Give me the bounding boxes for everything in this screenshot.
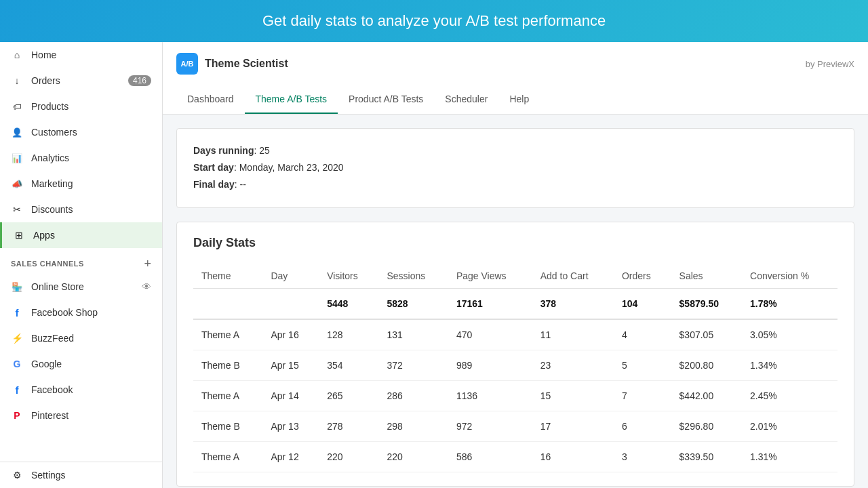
pinterest-icon (11, 409, 23, 422)
sidebar-label-facebook: Facebook (31, 384, 73, 395)
totals-row: 5448582817161378104$5879.501.78% (193, 288, 837, 319)
sidebar-label-pinterest: Pinterest (31, 410, 68, 421)
facebook-shop-icon (11, 306, 23, 319)
eye-icon-online-store[interactable]: 👁 (142, 281, 151, 292)
sidebar-label-products: Products (31, 101, 68, 112)
days-running-value: 25 (259, 145, 270, 156)
main-content: A/B Theme Scientist by PreviewX Dashboar… (163, 42, 868, 488)
sidebar-item-facebook[interactable]: Facebook (0, 377, 162, 403)
google-icon (11, 358, 23, 370)
col-header-theme: Theme (193, 264, 262, 289)
col-header-sessions: Sessions (378, 264, 448, 289)
sidebar-label-analytics: Analytics (31, 152, 69, 163)
sidebar-label-home: Home (31, 49, 56, 60)
app-logo: A/B (176, 53, 198, 75)
sidebar-label-discounts: Discounts (31, 204, 73, 215)
apps-icon (13, 229, 25, 241)
settings-icon (11, 469, 23, 481)
table-row: Theme AApr 12220220586163$339.501.31% (193, 441, 837, 472)
customers-icon (11, 126, 23, 138)
stats-title: Daily Stats (193, 236, 837, 250)
col-header-day: Day (262, 264, 319, 289)
settings-label: Settings (31, 470, 66, 481)
start-day-label: Start day (193, 162, 234, 173)
app-name: Theme Scientist (205, 58, 288, 70)
stats-table: ThemeDayVisitorsSessionsPage ViewsAdd to… (193, 264, 837, 472)
final-day-value: -- (239, 179, 245, 190)
sidebar-label-facebook-shop: Facebook Shop (31, 307, 98, 318)
analytics-icon (11, 152, 23, 164)
tab-product-ab-tests[interactable]: Product A/B Tests (338, 85, 434, 114)
by-label: by PreviewX (806, 59, 854, 69)
sidebar-item-discounts[interactable]: Discounts (0, 197, 162, 222)
sales-channels-header: SALES CHANNELS + (0, 248, 162, 274)
col-header-page-views: Page Views (448, 264, 532, 289)
online-store-icon (11, 281, 23, 293)
col-header-orders: Orders (614, 264, 671, 289)
top-banner: Get daily stats to analyze your A/B test… (0, 0, 868, 42)
sidebar-item-pinterest[interactable]: Pinterest (0, 403, 162, 428)
sidebar-label-online-store: Online Store (31, 281, 84, 292)
discounts-icon (11, 203, 23, 216)
badge-orders: 416 (128, 75, 151, 86)
tab-scheduler[interactable]: Scheduler (434, 85, 498, 114)
sidebar-item-customers[interactable]: Customers (0, 119, 162, 145)
banner-text: Get daily stats to analyze your A/B test… (262, 12, 606, 29)
sidebar-item-products[interactable]: Products (0, 94, 162, 119)
stats-card: Daily Stats ThemeDayVisitorsSessionsPage… (176, 222, 854, 487)
sidebar-item-settings[interactable]: Settings (0, 462, 162, 488)
sidebar-item-marketing[interactable]: Marketing (0, 171, 162, 197)
table-row: Theme BApr 13278298972176$296.802.01% (193, 411, 837, 441)
sidebar-label-apps: Apps (33, 230, 55, 241)
logo-text: A/B (181, 60, 194, 68)
sidebar-item-google[interactable]: Google (0, 351, 162, 377)
start-day-value: Monday, March 23, 2020 (239, 162, 344, 173)
sidebar-label-marketing: Marketing (31, 178, 73, 189)
table-row: Theme AApr 142652861136157$442.002.45% (193, 380, 837, 411)
tab-theme-ab-tests[interactable]: Theme A/B Tests (245, 85, 338, 114)
info-card: Days running: 25 Start day: Monday, Marc… (176, 128, 854, 208)
sidebar-item-online-store[interactable]: Online Store 👁 (0, 274, 162, 300)
app-header: A/B Theme Scientist by PreviewX Dashboar… (163, 42, 868, 115)
app-title: A/B Theme Scientist (176, 53, 288, 75)
sidebar-label-buzzfeed: BuzzFeed (31, 333, 74, 344)
facebook-icon (11, 384, 23, 396)
sidebar-item-buzzfeed[interactable]: BuzzFeed (0, 325, 162, 351)
products-icon (11, 100, 23, 113)
table-row: Theme BApr 15354372989235$200.801.34% (193, 350, 837, 380)
content-area: Days running: 25 Start day: Monday, Marc… (163, 115, 868, 488)
sales-channels-label: SALES CHANNELS (11, 260, 84, 268)
app-tabs: DashboardTheme A/B TestsProduct A/B Test… (176, 85, 854, 114)
sidebar-label-customers: Customers (31, 127, 77, 138)
sidebar-item-home[interactable]: Home (0, 42, 162, 68)
col-header-sales: Sales (671, 264, 742, 289)
table-row: Theme AApr 16128131470114$307.053.05% (193, 319, 837, 350)
col-header-conversion-%: Conversion % (742, 264, 837, 289)
buzzfeed-icon (11, 332, 23, 344)
sidebar-item-analytics[interactable]: Analytics (0, 145, 162, 171)
home-icon (11, 49, 23, 61)
col-header-visitors: Visitors (319, 264, 378, 289)
orders-icon (11, 75, 23, 87)
sidebar-item-apps[interactable]: Apps (0, 222, 162, 248)
marketing-icon (11, 178, 23, 190)
col-header-add-to-cart: Add to Cart (532, 264, 614, 289)
final-day-label: Final day (193, 179, 235, 190)
sidebar-item-facebook-shop[interactable]: Facebook Shop (0, 300, 162, 325)
sidebar: Home Orders 416 Products Customers Analy… (0, 42, 163, 488)
days-running-label: Days running (193, 145, 254, 156)
sidebar-label-orders: Orders (31, 75, 60, 86)
tab-help[interactable]: Help (498, 85, 540, 114)
sidebar-item-orders[interactable]: Orders 416 (0, 68, 162, 94)
sidebar-label-google: Google (31, 359, 62, 369)
tab-dashboard[interactable]: Dashboard (176, 85, 245, 114)
add-sales-channel-button[interactable]: + (144, 258, 151, 270)
